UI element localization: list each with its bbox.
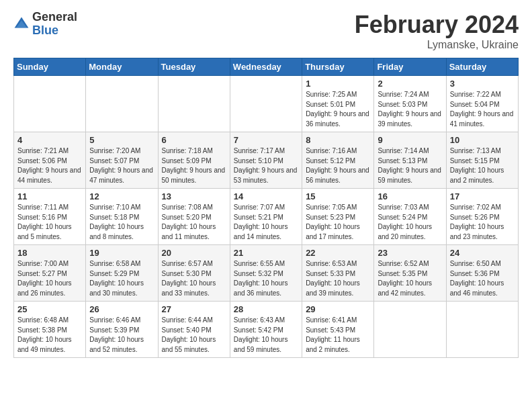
calendar-cell bbox=[446, 302, 518, 358]
day-number: 29 bbox=[306, 304, 370, 314]
header-area: General Blue February 2024 Lymanske, Ukr… bbox=[13, 11, 519, 51]
day-number: 24 bbox=[450, 248, 515, 258]
calendar-cell bbox=[230, 76, 302, 132]
weekday-header: Thursday bbox=[302, 58, 374, 76]
day-info: Sunrise: 6:44 AM Sunset: 5:40 PM Dayligh… bbox=[162, 316, 226, 355]
day-number: 12 bbox=[89, 191, 154, 201]
day-info: Sunrise: 6:55 AM Sunset: 5:32 PM Dayligh… bbox=[234, 259, 298, 298]
day-number: 14 bbox=[234, 191, 298, 201]
day-number: 2 bbox=[378, 79, 442, 89]
day-info: Sunrise: 6:43 AM Sunset: 5:42 PM Dayligh… bbox=[234, 316, 298, 355]
day-number: 6 bbox=[162, 135, 226, 145]
day-number: 20 bbox=[162, 248, 226, 258]
day-info: Sunrise: 7:22 AM Sunset: 5:04 PM Dayligh… bbox=[450, 90, 515, 129]
day-number: 22 bbox=[306, 248, 370, 258]
day-info: Sunrise: 6:50 AM Sunset: 5:36 PM Dayligh… bbox=[450, 259, 515, 298]
logo: General Blue bbox=[13, 11, 77, 38]
weekday-header: Monday bbox=[86, 58, 158, 76]
weekday-header: Friday bbox=[374, 58, 446, 76]
day-info: Sunrise: 7:10 AM Sunset: 5:18 PM Dayligh… bbox=[89, 203, 154, 242]
day-info: Sunrise: 7:08 AM Sunset: 5:20 PM Dayligh… bbox=[162, 203, 226, 242]
day-info: Sunrise: 7:20 AM Sunset: 5:07 PM Dayligh… bbox=[89, 146, 154, 185]
calendar-week-row: 25Sunrise: 6:48 AM Sunset: 5:38 PM Dayli… bbox=[14, 302, 519, 358]
day-info: Sunrise: 7:21 AM Sunset: 5:06 PM Dayligh… bbox=[17, 146, 82, 185]
calendar-table: SundayMondayTuesdayWednesdayThursdayFrid… bbox=[13, 58, 519, 358]
calendar-cell: 4Sunrise: 7:21 AM Sunset: 5:06 PM Daylig… bbox=[14, 132, 86, 189]
calendar-week-row: 1Sunrise: 7:25 AM Sunset: 5:01 PM Daylig… bbox=[14, 76, 519, 132]
day-info: Sunrise: 7:13 AM Sunset: 5:15 PM Dayligh… bbox=[450, 146, 515, 185]
calendar-cell: 24Sunrise: 6:50 AM Sunset: 5:36 PM Dayli… bbox=[446, 245, 518, 302]
day-info: Sunrise: 7:00 AM Sunset: 5:27 PM Dayligh… bbox=[17, 259, 82, 298]
logo-blue: Blue bbox=[32, 24, 77, 38]
day-info: Sunrise: 6:41 AM Sunset: 5:43 PM Dayligh… bbox=[306, 316, 370, 355]
calendar-cell: 28Sunrise: 6:43 AM Sunset: 5:42 PM Dayli… bbox=[230, 302, 302, 358]
day-info: Sunrise: 7:02 AM Sunset: 5:26 PM Dayligh… bbox=[450, 203, 515, 242]
calendar-cell: 15Sunrise: 7:05 AM Sunset: 5:23 PM Dayli… bbox=[302, 189, 374, 245]
day-info: Sunrise: 6:53 AM Sunset: 5:33 PM Dayligh… bbox=[306, 259, 370, 298]
calendar-cell: 6Sunrise: 7:18 AM Sunset: 5:09 PM Daylig… bbox=[158, 132, 230, 189]
calendar-cell: 27Sunrise: 6:44 AM Sunset: 5:40 PM Dayli… bbox=[158, 302, 230, 358]
day-info: Sunrise: 6:52 AM Sunset: 5:35 PM Dayligh… bbox=[378, 259, 442, 298]
weekday-header: Saturday bbox=[446, 58, 518, 76]
day-number: 16 bbox=[378, 191, 442, 201]
calendar-cell: 1Sunrise: 7:25 AM Sunset: 5:01 PM Daylig… bbox=[302, 76, 374, 132]
day-number: 3 bbox=[450, 79, 515, 89]
day-number: 25 bbox=[17, 304, 82, 314]
day-number: 1 bbox=[306, 79, 370, 89]
day-info: Sunrise: 7:05 AM Sunset: 5:23 PM Dayligh… bbox=[306, 203, 370, 242]
calendar-cell: 16Sunrise: 7:03 AM Sunset: 5:24 PM Dayli… bbox=[374, 189, 446, 245]
day-number: 11 bbox=[17, 191, 82, 201]
day-number: 27 bbox=[162, 304, 226, 314]
day-number: 9 bbox=[378, 135, 442, 145]
calendar-cell: 19Sunrise: 6:58 AM Sunset: 5:29 PM Dayli… bbox=[86, 245, 158, 302]
calendar-cell: 7Sunrise: 7:17 AM Sunset: 5:10 PM Daylig… bbox=[230, 132, 302, 189]
day-number: 17 bbox=[450, 191, 515, 201]
calendar-cell: 2Sunrise: 7:24 AM Sunset: 5:03 PM Daylig… bbox=[374, 76, 446, 132]
calendar-week-row: 11Sunrise: 7:11 AM Sunset: 5:16 PM Dayli… bbox=[14, 189, 519, 245]
logo-text: General Blue bbox=[32, 11, 77, 38]
month-title: February 2024 bbox=[355, 11, 519, 39]
calendar-cell: 5Sunrise: 7:20 AM Sunset: 5:07 PM Daylig… bbox=[86, 132, 158, 189]
calendar-cell bbox=[14, 76, 86, 132]
day-number: 10 bbox=[450, 135, 515, 145]
calendar-week-row: 4Sunrise: 7:21 AM Sunset: 5:06 PM Daylig… bbox=[14, 132, 519, 189]
calendar-cell: 10Sunrise: 7:13 AM Sunset: 5:15 PM Dayli… bbox=[446, 132, 518, 189]
calendar-cell: 25Sunrise: 6:48 AM Sunset: 5:38 PM Dayli… bbox=[14, 302, 86, 358]
day-info: Sunrise: 6:46 AM Sunset: 5:39 PM Dayligh… bbox=[89, 316, 154, 355]
calendar-cell: 20Sunrise: 6:57 AM Sunset: 5:30 PM Dayli… bbox=[158, 245, 230, 302]
day-number: 28 bbox=[234, 304, 298, 314]
logo-icon bbox=[13, 16, 30, 32]
day-info: Sunrise: 7:11 AM Sunset: 5:16 PM Dayligh… bbox=[17, 203, 82, 242]
calendar-cell: 18Sunrise: 7:00 AM Sunset: 5:27 PM Dayli… bbox=[14, 245, 86, 302]
day-info: Sunrise: 7:16 AM Sunset: 5:12 PM Dayligh… bbox=[306, 146, 370, 185]
day-number: 5 bbox=[89, 135, 154, 145]
weekday-header: Sunday bbox=[14, 58, 86, 76]
day-number: 4 bbox=[17, 135, 82, 145]
day-number: 13 bbox=[162, 191, 226, 201]
weekday-header: Tuesday bbox=[158, 58, 230, 76]
day-info: Sunrise: 7:24 AM Sunset: 5:03 PM Dayligh… bbox=[378, 90, 442, 129]
calendar-week-row: 18Sunrise: 7:00 AM Sunset: 5:27 PM Dayli… bbox=[14, 245, 519, 302]
calendar-cell: 3Sunrise: 7:22 AM Sunset: 5:04 PM Daylig… bbox=[446, 76, 518, 132]
day-number: 7 bbox=[234, 135, 298, 145]
calendar-cell bbox=[86, 76, 158, 132]
logo-general: General bbox=[32, 11, 77, 24]
day-number: 18 bbox=[17, 248, 82, 258]
day-info: Sunrise: 6:48 AM Sunset: 5:38 PM Dayligh… bbox=[17, 316, 82, 355]
day-info: Sunrise: 7:07 AM Sunset: 5:21 PM Dayligh… bbox=[234, 203, 298, 242]
page: General Blue February 2024 Lymanske, Ukr… bbox=[0, 0, 532, 365]
day-number: 19 bbox=[89, 248, 154, 258]
header-row: SundayMondayTuesdayWednesdayThursdayFrid… bbox=[14, 58, 519, 76]
day-number: 15 bbox=[306, 191, 370, 201]
calendar-cell: 8Sunrise: 7:16 AM Sunset: 5:12 PM Daylig… bbox=[302, 132, 374, 189]
day-info: Sunrise: 6:57 AM Sunset: 5:30 PM Dayligh… bbox=[162, 259, 226, 298]
calendar-cell bbox=[158, 76, 230, 132]
calendar-cell: 12Sunrise: 7:10 AM Sunset: 5:18 PM Dayli… bbox=[86, 189, 158, 245]
calendar-cell: 9Sunrise: 7:14 AM Sunset: 5:13 PM Daylig… bbox=[374, 132, 446, 189]
calendar-cell: 22Sunrise: 6:53 AM Sunset: 5:33 PM Dayli… bbox=[302, 245, 374, 302]
day-info: Sunrise: 6:58 AM Sunset: 5:29 PM Dayligh… bbox=[89, 259, 154, 298]
calendar-cell: 29Sunrise: 6:41 AM Sunset: 5:43 PM Dayli… bbox=[302, 302, 374, 358]
calendar-cell: 13Sunrise: 7:08 AM Sunset: 5:20 PM Dayli… bbox=[158, 189, 230, 245]
calendar-cell: 17Sunrise: 7:02 AM Sunset: 5:26 PM Dayli… bbox=[446, 189, 518, 245]
day-info: Sunrise: 7:17 AM Sunset: 5:10 PM Dayligh… bbox=[234, 146, 298, 185]
